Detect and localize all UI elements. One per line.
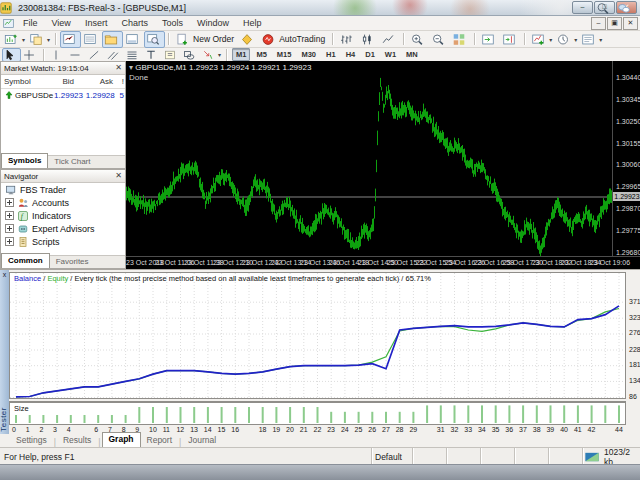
menu-window[interactable]: Window — [190, 18, 236, 28]
timeframe-mn-button[interactable]: MN — [402, 48, 422, 61]
status-connection[interactable]: 1023/2 kb — [582, 448, 640, 465]
chart-shift-button[interactable] — [500, 31, 521, 48]
zoom-out-button[interactable] — [429, 31, 450, 48]
trendline-button[interactable] — [86, 48, 105, 62]
time-axis[interactable]: 23 Oct 201823 Oct 11:0623 Oct 11:3823 Oc… — [126, 256, 640, 270]
market-watch-button[interactable] — [60, 31, 81, 48]
tab-tick-chart[interactable]: Tick Chart — [48, 155, 96, 168]
new-chart-button[interactable]: ▾ — [2, 31, 27, 48]
tester-tab-graph[interactable]: Graph — [102, 432, 141, 447]
market-watch-symbol-row[interactable]: GBPUSDe 1.29923 1.29928 5 — [1, 89, 125, 101]
tab-favorites[interactable]: Favorites — [50, 255, 95, 268]
price-axis[interactable]: 1.304401.303451.302501.301551.300601.299… — [612, 61, 640, 256]
expand-icon[interactable] — [5, 237, 14, 246]
dropdown-arrow-icon[interactable]: ▾ — [218, 51, 221, 58]
text-label-button[interactable] — [162, 48, 181, 62]
timeframe-m30-button[interactable]: M30 — [297, 48, 320, 61]
title-bar[interactable]: 230081384: FBS-Real-3 - [GBPUSDe,M1] – □… — [0, 0, 640, 16]
market-watch-column-x[interactable]: ! — [115, 77, 125, 86]
expand-icon[interactable] — [5, 224, 14, 233]
navigator-item-accounts[interactable]: Accounts — [1, 196, 125, 209]
mdi-restore-button[interactable]: ▣ — [607, 17, 622, 30]
navigator-button[interactable] — [102, 31, 123, 48]
connection-icon — [585, 452, 599, 462]
periods-button[interactable]: ▾ — [554, 31, 579, 48]
menu-tools[interactable]: Tools — [155, 18, 190, 28]
strategy-tester-button[interactable] — [144, 31, 165, 48]
timeframe-h4-button[interactable]: H4 — [342, 48, 360, 61]
navigator-item-scripts[interactable]: Scripts — [1, 235, 125, 248]
market-watch-column-ask[interactable]: Ask — [76, 77, 115, 86]
navigator-item-expert-advisors[interactable]: Expert Advisors — [1, 222, 125, 235]
line-chart-button[interactable] — [379, 31, 400, 48]
menu-help[interactable]: Help — [236, 18, 269, 28]
dropdown-arrow-icon[interactable]: ▾ — [22, 36, 25, 43]
profiles-button[interactable]: ▾ — [27, 31, 52, 48]
tester-close-icon[interactable]: x — [1, 271, 8, 279]
menu-charts[interactable]: Charts — [114, 18, 155, 28]
tester-graph[interactable]: Balance / Equity / Every tick (the most … — [9, 272, 626, 399]
tester-side-label[interactable]: Tester — [0, 407, 8, 432]
tester-size-graph[interactable]: Size — [9, 401, 626, 425]
menu-insert[interactable]: Insert — [78, 18, 115, 28]
mdi-close-button[interactable]: ✕ — [623, 17, 638, 30]
candlestick-chart[interactable] — [126, 61, 612, 256]
expand-icon[interactable] — [5, 211, 14, 220]
candlestick-chart-button[interactable] — [358, 31, 379, 48]
market-watch-column-symbol[interactable]: Symbol — [1, 77, 37, 86]
bar-chart-button[interactable] — [337, 31, 358, 48]
expand-icon[interactable] — [5, 198, 14, 207]
timeframe-d1-button[interactable]: D1 — [361, 48, 379, 61]
horizontal-line-button[interactable] — [67, 48, 86, 62]
menu-file[interactable]: File — [16, 18, 45, 28]
tab-symbols[interactable]: Symbols — [1, 153, 48, 168]
text-button[interactable] — [143, 48, 162, 62]
community-button[interactable] — [615, 0, 636, 17]
market-watch-close-icon[interactable]: ✕ — [115, 63, 122, 73]
mdi-minimize-button[interactable]: – — [591, 17, 606, 30]
tester-tab-results[interactable]: Results — [57, 434, 97, 447]
cursor-button[interactable] — [2, 48, 21, 62]
vertical-line-button[interactable] — [48, 48, 67, 62]
navigator-close-icon[interactable]: ✕ — [115, 171, 122, 181]
dropdown-arrow-icon[interactable]: ▾ — [574, 36, 577, 43]
shapes-button[interactable] — [181, 48, 200, 62]
tile-windows-button[interactable] — [450, 31, 471, 48]
equidistant-channel-button[interactable] — [105, 48, 124, 62]
tester-tab-report[interactable]: Report — [141, 434, 179, 447]
autotrading-button[interactable]: AutoTrading — [259, 31, 329, 48]
navigator-item-indicators[interactable]: fIndicators — [1, 209, 125, 222]
navigator-title-bar[interactable]: Navigator ✕ — [1, 170, 125, 183]
market-watch-title-bar[interactable]: Market Watch: 19:15:04 ✕ — [1, 62, 125, 75]
market-watch-column-bid[interactable]: Bid — [37, 77, 76, 86]
status-profile[interactable]: Default — [371, 448, 412, 465]
tester-tab-settings[interactable]: Settings — [10, 434, 53, 447]
dropdown-arrow-icon[interactable]: ▾ — [549, 36, 552, 43]
tester-tab-journal[interactable]: Journal — [182, 434, 222, 447]
crosshair-button[interactable] — [21, 48, 40, 62]
navigator-item-fbs-trader[interactable]: FBS Trader — [1, 183, 125, 196]
timeframe-h1-button[interactable]: H1 — [322, 48, 340, 61]
fibonacci-button[interactable] — [124, 48, 143, 62]
dropdown-arrow-icon[interactable]: ▾ — [599, 36, 602, 43]
new-order-button[interactable]: New Order — [173, 31, 238, 48]
dropdown-arrow-icon[interactable]: ▾ — [47, 36, 50, 43]
metaeditor-button[interactable] — [238, 31, 259, 48]
templates-button[interactable]: ▾ — [579, 31, 604, 48]
timeframe-w1-button[interactable]: W1 — [381, 48, 400, 61]
tab-common[interactable]: Common — [1, 253, 50, 268]
timeframe-m15-button[interactable]: M15 — [273, 48, 296, 61]
terminal-button[interactable] — [123, 31, 144, 48]
data-window-button[interactable] — [81, 31, 102, 48]
timeframe-m5-button[interactable]: M5 — [252, 48, 270, 61]
timeframe-m1-button[interactable]: M1 — [232, 48, 250, 61]
find-button[interactable] — [594, 0, 615, 17]
indicators-button[interactable]: ▾ — [529, 31, 554, 48]
chart-window[interactable]: ▾ GBPUSDe,M1 1.29923 1.29924 1.29921 1.2… — [126, 61, 640, 269]
zoom-in-button[interactable] — [408, 31, 429, 48]
arrows-button[interactable]: ▾ — [200, 48, 223, 62]
auto-scroll-button[interactable] — [479, 31, 500, 48]
price-axis-label: 1.30250 — [616, 118, 640, 125]
minimize-button[interactable]: – — [572, 1, 593, 14]
menu-view[interactable]: View — [45, 18, 78, 28]
